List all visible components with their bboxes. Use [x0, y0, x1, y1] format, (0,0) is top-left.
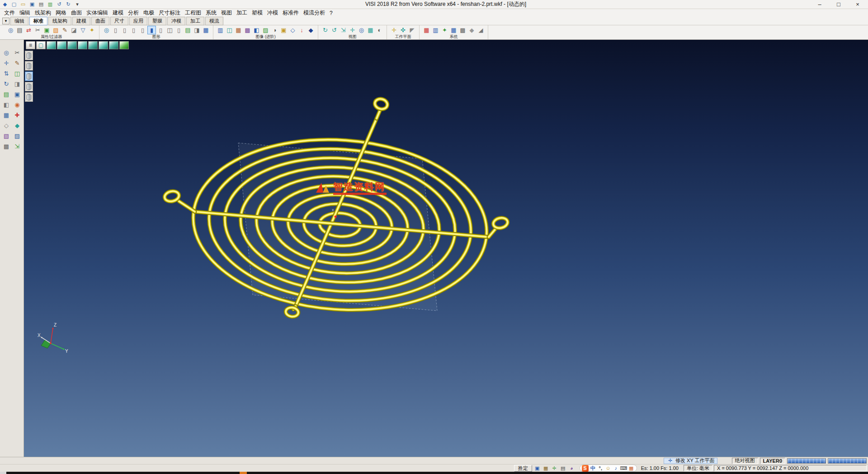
minimize-button[interactable]: – — [810, 0, 829, 9]
capture-icon[interactable]: ▣ — [533, 465, 541, 472]
render-settings-icon[interactable]: ▦ — [542, 465, 550, 472]
cylinder-display-1-icon[interactable]: ▯ — [111, 26, 120, 34]
copy-attributes-icon[interactable]: ▣ — [42, 26, 51, 34]
trim-icon[interactable]: ✂ — [13, 48, 22, 57]
workplane-corner-icon[interactable]: ◤ — [408, 26, 416, 34]
menu-item[interactable]: 分析 — [126, 9, 141, 17]
snap-settings-icon[interactable]: ✦ — [440, 26, 449, 34]
menu-item[interactable]: 视图 — [219, 9, 234, 17]
tab-die[interactable]: 冲模 — [167, 17, 185, 25]
half-display-icon[interactable]: ◧ — [2, 100, 11, 109]
monitor-icon[interactable]: ▥ — [431, 26, 440, 34]
target-icon[interactable]: ◉ — [13, 100, 22, 109]
palette-icon[interactable]: ◕ — [568, 465, 576, 472]
menu-item[interactable]: 电极 — [141, 9, 156, 17]
display-style-1-icon[interactable] — [25, 51, 33, 60]
undo-icon[interactable]: ↺ — [55, 1, 63, 8]
plot-icon[interactable]: ▥ — [46, 1, 54, 8]
ime-keyboard-icon[interactable]: ⌨ — [620, 465, 627, 472]
view-iso-3-icon[interactable] — [67, 41, 77, 49]
tab-surface[interactable]: 曲面 — [91, 17, 109, 25]
erase-attributes-icon[interactable]: ◪ — [70, 26, 78, 34]
rotate-view-icon[interactable]: ↻ — [321, 26, 330, 34]
menu-item[interactable]: ? — [327, 10, 335, 16]
cut-icon[interactable]: ✂ — [33, 26, 42, 34]
cylinder-display-5-icon[interactable]: ▯ — [156, 26, 165, 34]
ime-toolbox-icon[interactable]: ▦ — [628, 465, 635, 472]
quick-access-dropdown-icon[interactable]: ▾ — [73, 1, 81, 8]
menu-item[interactable]: 系统 — [203, 9, 219, 17]
ime-voice-icon[interactable]: ♪ — [613, 465, 619, 472]
image-gem-icon[interactable]: ◇ — [288, 26, 297, 34]
mesh-icon[interactable]: ▦ — [2, 110, 11, 120]
add-entity-icon[interactable]: ✚ — [13, 110, 22, 120]
app-logo-icon[interactable]: ◆ — [1, 1, 9, 8]
view-iso-6-icon[interactable] — [99, 41, 108, 49]
tab-wireframe[interactable]: 线架构 — [48, 17, 71, 25]
view-menu-icon[interactable]: ≡ — [26, 41, 35, 49]
zoom-circle-icon[interactable]: ◎ — [357, 26, 366, 34]
cylinder-display-4-icon[interactable]: ▯ — [138, 26, 147, 34]
menu-item[interactable]: 曲面 — [69, 9, 84, 17]
menu-item[interactable]: 线架构 — [33, 9, 53, 17]
half-shade-icon[interactable]: ◨ — [193, 26, 201, 34]
cylinder-display-6-icon[interactable]: ▯ — [175, 26, 183, 34]
gem-settings-icon[interactable]: ◆ — [467, 26, 476, 34]
tab-standard[interactable]: 标准 — [29, 17, 47, 25]
display-style-5-icon[interactable] — [25, 92, 33, 102]
tab-mold[interactable]: 塑膜 — [148, 17, 166, 25]
pattern-icon[interactable]: ▩ — [2, 142, 11, 151]
measure-icon[interactable]: ✛ — [551, 465, 558, 472]
sketch-icon[interactable]: ✎ — [13, 58, 22, 68]
rotate-back-icon[interactable]: ↺ — [330, 26, 339, 34]
grid-icon[interactable]: ▣ — [13, 90, 22, 99]
menu-item[interactable]: 建模 — [110, 9, 126, 17]
menu-item[interactable]: 尺寸标注 — [156, 9, 183, 17]
dynamic-view-icon[interactable]: ◐ — [375, 26, 384, 34]
view-iso-5-icon[interactable] — [88, 41, 98, 49]
pin-button[interactable]: 拴定 — [514, 465, 532, 472]
graphic-select-icon[interactable]: ◎ — [102, 26, 111, 34]
snap-point-icon[interactable]: ✛ — [2, 58, 11, 68]
workplane-axis-icon[interactable]: ✛ — [390, 26, 398, 34]
cylinder-display-active-icon[interactable]: ▮ — [147, 26, 156, 34]
paste-attributes-icon[interactable]: ▧ — [52, 26, 60, 34]
image-diagonal-icon[interactable]: ▨ — [261, 26, 270, 34]
save-icon[interactable]: ▣ — [28, 1, 36, 8]
ime-emoji-icon[interactable]: ☺ — [605, 465, 612, 472]
tab-application[interactable]: 应用 — [129, 17, 147, 25]
display-style-3-icon[interactable] — [25, 71, 33, 81]
shaded-cube-icon[interactable]: ◆ — [307, 26, 315, 34]
menu-item[interactable]: 塑模 — [250, 9, 265, 17]
open-file-icon[interactable]: ▭ — [19, 1, 27, 8]
menu-item[interactable]: 编辑 — [17, 9, 33, 17]
image-texture-icon[interactable]: ▦ — [234, 26, 243, 34]
stack-icon[interactable]: ▤ — [184, 26, 192, 34]
edit-attributes-icon[interactable]: ✎ — [61, 26, 69, 34]
hatch-icon[interactable]: ▧ — [2, 131, 11, 141]
diamond-icon[interactable]: ◆ — [13, 121, 22, 130]
view-iso-2-icon[interactable] — [57, 41, 66, 49]
attribute-magnet-icon[interactable]: ◎ — [6, 26, 15, 34]
menu-item[interactable]: 文件 — [2, 9, 17, 17]
color-grid-icon[interactable]: ▦ — [422, 26, 431, 34]
highlight-icon[interactable]: ✦ — [88, 26, 96, 34]
display-style-4-icon[interactable] — [25, 82, 33, 91]
menu-item[interactable]: 冲模 — [265, 9, 280, 17]
image-rows-icon[interactable]: ▥ — [216, 26, 225, 34]
mirror-icon[interactable]: ◫ — [13, 69, 22, 78]
menu-item[interactable]: 网格 — [53, 9, 69, 17]
layers-icon[interactable]: ▤ — [2, 90, 11, 99]
cylinder-display-3-icon[interactable]: ▯ — [129, 26, 138, 34]
ruler-icon[interactable]: ◢ — [476, 26, 485, 34]
view-mode-field[interactable]: 绝对视图 — [732, 458, 758, 464]
tab-machining[interactable]: 加工 — [186, 17, 204, 25]
attribute-print-icon[interactable]: ▤ — [15, 26, 24, 34]
print-icon[interactable]: ▤ — [37, 1, 45, 8]
ime-language-icon[interactable]: 中 — [590, 465, 596, 472]
menu-item[interactable]: 加工 — [234, 9, 250, 17]
menu-item[interactable]: 模流分析 — [301, 9, 327, 17]
tab-dropdown-icon[interactable]: ▼ — [2, 18, 9, 24]
display-style-2-icon[interactable] — [25, 61, 33, 71]
close-button[interactable]: × — [848, 0, 867, 9]
